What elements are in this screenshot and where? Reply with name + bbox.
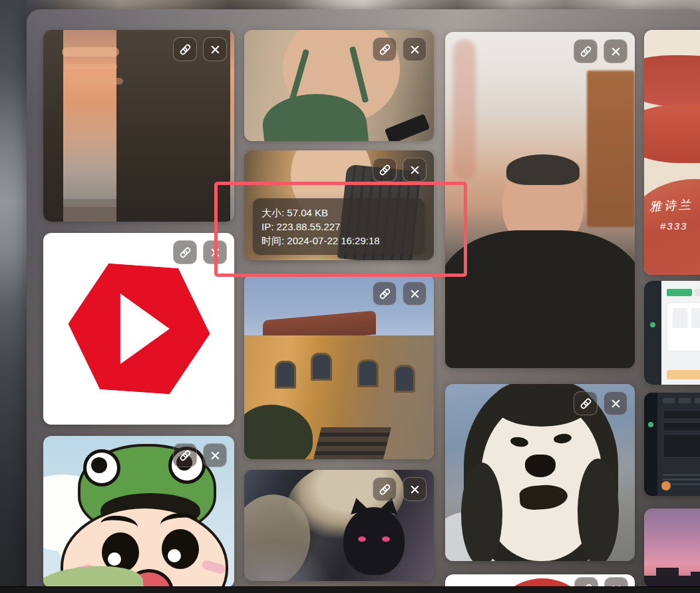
- image-card-pink-sunset[interactable]: [644, 508, 700, 588]
- delete-button[interactable]: [403, 37, 427, 61]
- image-card-play-logo[interactable]: [43, 233, 234, 425]
- black-cat-shape: [343, 507, 405, 575]
- delete-button[interactable]: [203, 37, 227, 61]
- screenshot-field: [663, 410, 700, 419]
- city-skyline: [63, 183, 116, 222]
- jacket-shape: [445, 230, 635, 368]
- close-icon: [610, 45, 622, 58]
- close-icon: [409, 483, 421, 496]
- copy-link-button[interactable]: [373, 282, 397, 305]
- screenshot-notice-bar: [667, 370, 700, 379]
- copy-link-button[interactable]: [173, 240, 197, 264]
- copy-link-button[interactable]: [373, 37, 397, 61]
- image-card-european-house[interactable]: [244, 274, 434, 459]
- window-shape: [357, 359, 379, 387]
- screenshot-green-button: [667, 289, 692, 296]
- link-icon: [179, 43, 192, 56]
- delete-button[interactable]: [203, 443, 227, 467]
- image-card-admin-dark[interactable]: [644, 393, 700, 496]
- dog-fur: [578, 459, 619, 561]
- image-card-shinchan-frog[interactable]: [43, 436, 234, 588]
- cat-eye: [382, 536, 390, 542]
- close-icon: [409, 164, 421, 176]
- red-highlight-rectangle: [214, 182, 467, 277]
- glow-shape: [244, 540, 331, 581]
- window-shape: [275, 361, 296, 389]
- dog-nose: [525, 455, 556, 477]
- screenshot-tabs: [663, 398, 700, 403]
- close-icon: [409, 43, 421, 56]
- screenshot-icon-rail: [644, 393, 657, 496]
- screenshot-textarea: [663, 434, 700, 458]
- close-icon: [209, 43, 222, 56]
- image-card-anime-girl-cat[interactable]: [244, 470, 434, 581]
- copy-link-button[interactable]: [373, 158, 397, 182]
- link-icon: [379, 288, 391, 300]
- cartoon-eye: [162, 529, 199, 569]
- window-shape: [394, 365, 415, 393]
- cat-eye: [358, 536, 366, 542]
- door-shape: [587, 71, 635, 227]
- lipstick-brand-text: 雅诗兰: [649, 196, 693, 214]
- copy-link-button[interactable]: [574, 391, 598, 415]
- screenshot-avatar: [661, 481, 671, 491]
- image-card-husky[interactable]: [445, 384, 635, 561]
- copy-link-button[interactable]: [373, 477, 397, 501]
- stairs-shape: [313, 427, 391, 459]
- screenshot-field: [663, 422, 700, 431]
- play-icon: [120, 294, 169, 364]
- screenshot-panel: [667, 302, 700, 351]
- window-shape: [311, 353, 332, 381]
- image-card-sunset-city[interactable]: [43, 30, 234, 222]
- delete-button[interactable]: [403, 158, 427, 182]
- cloud-shape: [62, 47, 119, 57]
- screenshot-chip: [695, 289, 700, 296]
- copy-link-button[interactable]: [173, 443, 197, 467]
- link-icon: [379, 483, 391, 496]
- copy-link-button[interactable]: [574, 39, 598, 63]
- link-icon: [179, 246, 192, 259]
- dog-fur: [461, 463, 502, 561]
- delete-button[interactable]: [403, 282, 427, 305]
- close-icon: [409, 288, 421, 300]
- close-icon: [610, 397, 622, 410]
- image-card-lipstick[interactable]: 雅诗兰 #333: [644, 30, 700, 275]
- upper-lip-shape: [644, 55, 700, 107]
- photo-artifact: [453, 40, 476, 180]
- lipstick-shade-text: #333: [660, 220, 687, 232]
- delete-button[interactable]: [403, 477, 427, 501]
- building-silhouette: [43, 30, 63, 222]
- image-card-admin-light[interactable]: [644, 281, 700, 385]
- link-icon: [580, 45, 592, 58]
- image-card-old-man[interactable]: [445, 32, 635, 368]
- lower-lip-shape: [644, 104, 700, 163]
- link-icon: [379, 164, 391, 176]
- bottom-edge-bar: [0, 586, 700, 593]
- link-icon: [379, 43, 391, 56]
- delete-button[interactable]: [604, 391, 627, 415]
- close-icon: [209, 449, 222, 462]
- frog-eye: [83, 449, 120, 487]
- screenshot-sidebar: [644, 281, 661, 385]
- copy-link-button[interactable]: [173, 37, 197, 61]
- link-icon: [580, 397, 592, 410]
- image-card-green-camisole[interactable]: [244, 30, 434, 141]
- link-icon: [179, 449, 192, 462]
- delete-button[interactable]: [604, 39, 627, 63]
